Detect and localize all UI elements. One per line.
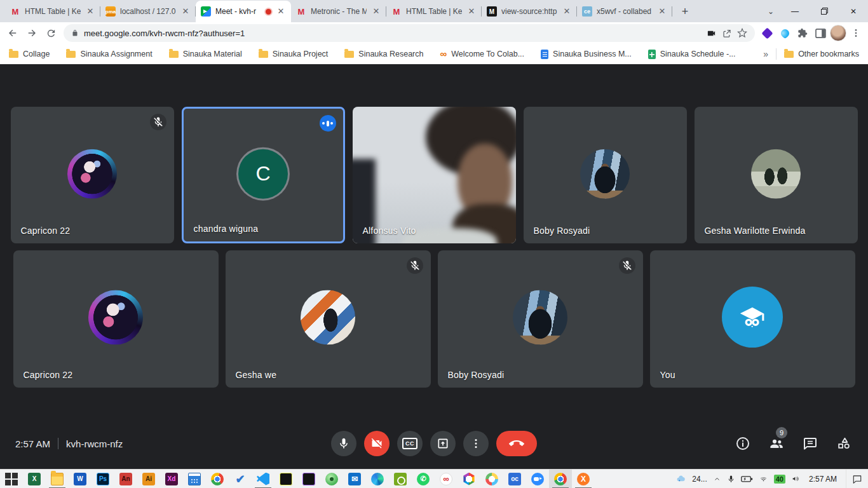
bookmark-label: Sinauka Research [358, 50, 423, 58]
tab[interactable]: cex5wvf - collabed✕ [577, 1, 672, 22]
taskbar-animate-icon[interactable]: An [114, 470, 137, 488]
taskbar-swirl-app-icon[interactable]: ∞ [435, 470, 458, 488]
taskbar-chrome-icon[interactable] [549, 470, 572, 488]
tray-microphone-icon[interactable] [727, 475, 735, 484]
bookmark-item[interactable]: Collage [9, 50, 50, 58]
chat-button[interactable] [801, 435, 819, 452]
bookmark-item[interactable]: Sinauka Project [259, 50, 329, 58]
reload-button[interactable] [42, 24, 60, 42]
tab[interactable]: MMetronic - The M✕ [291, 1, 386, 22]
bookmark-item[interactable]: Sinauka Schedule -... [648, 50, 736, 59]
bookmark-item[interactable]: ∞Welcome To Colab... [440, 50, 524, 58]
action-center-icon[interactable] [846, 470, 868, 488]
taskbar-oc-app-icon[interactable]: oc [503, 470, 526, 488]
tab-search-chevron-icon[interactable]: ⌄ [761, 7, 780, 16]
profile-avatar[interactable] [830, 25, 846, 41]
address-bar[interactable]: meet.google.com/kvh-rwcm-nfz?authuser=1 [64, 24, 755, 42]
taskbar-photoshop-icon[interactable]: Ps [92, 470, 114, 488]
participant-tile[interactable]: Gesha Warilotte Erwinda [695, 107, 858, 243]
tab-close-icon[interactable]: ✕ [85, 6, 95, 17]
participant-tile[interactable]: Boby Rosyadi [438, 250, 643, 388]
camera-in-use-icon[interactable] [706, 29, 717, 38]
participant-tile[interactable]: Capricon 22 [13, 250, 219, 388]
tab[interactable]: MHTML Table | Kee✕ [5, 1, 100, 22]
taskbar-capture-app-icon[interactable] [389, 470, 412, 488]
taskbar-pycharm-icon[interactable] [275, 470, 297, 488]
info-button[interactable] [734, 435, 752, 452]
tab-close-icon[interactable]: ✕ [180, 6, 191, 17]
bookmarks-overflow-icon[interactable]: » [763, 49, 768, 59]
new-tab-button[interactable]: + [676, 3, 694, 20]
bookmark-item[interactable]: Sinauka Material [169, 50, 242, 58]
taskbar-start-icon[interactable] [0, 470, 23, 488]
share-icon[interactable] [722, 29, 732, 38]
taskbar-chrome-icon[interactable] [206, 470, 229, 488]
bookmark-item[interactable]: Sinauka Assignment [66, 50, 152, 58]
taskbar-vscode-icon[interactable] [252, 470, 275, 488]
tray-volume-icon[interactable] [791, 475, 801, 483]
bookmark-item[interactable]: Sinauka Business M... [541, 50, 632, 59]
participant-tile[interactable]: Cchandra wiguna [182, 107, 345, 243]
participant-tile[interactable]: Capricon 22 [11, 107, 174, 243]
close-window-button[interactable]: ✕ [839, 0, 868, 22]
participant-tile[interactable]: You [650, 250, 855, 388]
participant-tile[interactable]: Alfonsus Vito [353, 107, 516, 243]
forward-button[interactable] [23, 24, 41, 42]
tab[interactable]: Mview-source:http✕ [482, 1, 577, 22]
tray-clock[interactable]: 2:57 AM [809, 475, 837, 484]
taskbar-edge-icon[interactable] [366, 470, 389, 488]
tab-close-icon[interactable]: ✕ [466, 6, 477, 17]
tab-close-icon[interactable]: ✕ [276, 6, 286, 17]
mic-on-button[interactable] [331, 431, 356, 456]
taskbar-illustrator-icon[interactable]: Ai [137, 470, 160, 488]
tray-battery-percent-badge[interactable]: 40 [774, 475, 785, 484]
participant-tile[interactable]: Boby Rosyadi [524, 107, 687, 243]
tab-close-icon[interactable]: ✕ [562, 6, 572, 17]
tray-wifi-icon[interactable] [759, 475, 768, 483]
taskbar-excel-icon[interactable]: X [23, 470, 46, 488]
taskbar-check-app-icon[interactable]: ✔ [229, 470, 252, 488]
taskbar-zoom-app-icon[interactable] [526, 470, 549, 488]
taskbar-xd-icon[interactable]: Xd [160, 470, 183, 488]
tab[interactable]: pmalocalhost / 127.0.✕ [100, 1, 196, 22]
end-call-button[interactable] [496, 431, 537, 456]
tray-battery-icon[interactable] [741, 475, 753, 483]
back-button[interactable] [4, 24, 22, 42]
tab[interactable]: Meet - kvh-r✕ [196, 1, 291, 22]
extension-drop-icon[interactable] [776, 25, 793, 41]
tray-expand-chevron-icon[interactable] [713, 475, 721, 483]
taskbar-explorer-icon[interactable] [46, 470, 69, 488]
other-bookmarks-button[interactable]: Other bookmarks [784, 50, 859, 58]
taskbar-dots-app-icon[interactable] [480, 470, 503, 488]
weather-icon[interactable] [675, 474, 686, 484]
camera-off-button[interactable] [364, 431, 390, 456]
restore-button[interactable] [810, 0, 839, 22]
bookmark-star-icon[interactable] [737, 28, 747, 38]
activities-button[interactable] [835, 435, 853, 452]
taskbar-green-app-icon[interactable] [320, 470, 343, 488]
browser-menu-icon[interactable] [848, 25, 864, 41]
bookmark-label: Sinauka Project [273, 50, 329, 58]
tab-close-icon[interactable]: ✕ [371, 6, 381, 17]
people-button[interactable]: 9 [768, 435, 785, 452]
taskbar-xampp-icon[interactable]: X [572, 470, 595, 488]
taskbar-hexagon-app-icon[interactable] [458, 470, 480, 488]
minimize-button[interactable]: — [780, 0, 810, 22]
side-panel-icon[interactable] [812, 25, 829, 41]
extensions-puzzle-icon[interactable] [794, 25, 811, 41]
present-button[interactable] [430, 431, 456, 456]
taskbar-whatsapp-icon[interactable]: ✆ [412, 470, 435, 488]
taskbar-mail-icon[interactable]: ✉ [343, 470, 366, 488]
tray-weather-text[interactable]: 24... [692, 475, 707, 484]
taskbar-calendar-grid-icon[interactable] [183, 470, 206, 488]
bookmark-item[interactable]: Sinauka Research [344, 50, 423, 58]
extension-purple-icon[interactable] [759, 25, 775, 41]
taskbar-phpstorm-icon[interactable] [297, 470, 320, 488]
taskbar-word-icon[interactable]: W [69, 470, 92, 488]
taskbar-apps: XWPsAnAiXd✔✉✆∞ocX [0, 470, 595, 488]
more-options-button[interactable] [463, 431, 489, 456]
tab-close-icon[interactable]: ✕ [657, 6, 667, 17]
tab[interactable]: MHTML Table | Kee✕ [386, 1, 482, 22]
captions-button[interactable]: CC [397, 431, 423, 456]
participant-tile[interactable]: Gesha we [226, 250, 431, 388]
